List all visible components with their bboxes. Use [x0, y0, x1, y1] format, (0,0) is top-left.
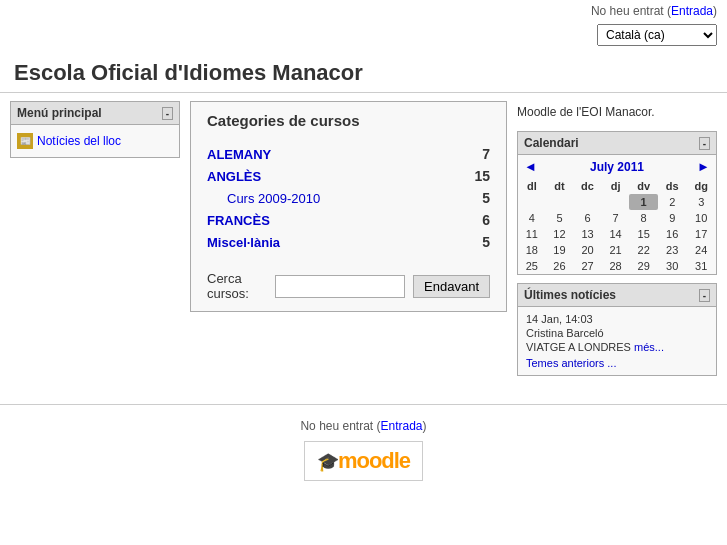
category-count: 15 — [466, 168, 490, 184]
news-prev-link[interactable]: Temes anteriors ... — [526, 357, 708, 369]
moodle-hat-icon: 🎓 — [317, 452, 338, 472]
calendar-day[interactable]: 8 — [629, 210, 658, 226]
top-bar: No heu entrat (Entrada) — [0, 0, 727, 22]
calendar-week-row: 18192021222324 — [518, 242, 716, 258]
calendar-weekday-row: dl dt dc dj dv ds dg — [518, 178, 716, 194]
calendar-week-row: 123 — [518, 194, 716, 210]
sidebar-content: 📰 Notícies del lloc — [11, 125, 179, 157]
news-box: Últimes notícies - 14 Jan, 14:03 Cristin… — [517, 283, 717, 376]
news-headline: VIATGE A LONDRES més... — [526, 341, 708, 353]
calendar-day[interactable]: 10 — [686, 210, 716, 226]
main-layout: Menú principal - 📰 Notícies del lloc Cat… — [0, 93, 727, 384]
calendar-day[interactable]: 31 — [686, 258, 716, 274]
sidebar-title: Menú principal — [17, 106, 102, 120]
category-name[interactable]: ANGLÈS — [207, 169, 466, 184]
category-row: ANGLÈS 15 — [207, 165, 490, 187]
calendar-day[interactable]: 20 — [573, 242, 602, 258]
news-author: Cristina Barceló — [526, 327, 708, 339]
calendar-header-bar: Calendari - — [518, 132, 716, 155]
calendar-day[interactable]: 29 — [629, 258, 658, 274]
calendar-day[interactable]: 5 — [546, 210, 574, 226]
calendar-day — [573, 194, 602, 210]
calendar-day[interactable]: 28 — [602, 258, 630, 274]
calendar-day[interactable]: 12 — [546, 226, 574, 242]
weekday-dl: dl — [518, 178, 546, 194]
weekday-ds: ds — [658, 178, 687, 194]
calendar-week-row: 45678910 — [518, 210, 716, 226]
category-list: ALEMANY 7 ANGLÈS 15 Curs 2009-2010 5 FRA… — [207, 143, 490, 253]
login-close: ) — [713, 4, 717, 18]
calendar-day — [546, 194, 574, 210]
login-link-top[interactable]: Entrada — [671, 4, 713, 18]
news-date: 14 Jan, 14:03 — [526, 313, 708, 325]
moodle-logo[interactable]: 🎓moodle — [304, 441, 423, 481]
calendar-title: Calendari — [524, 136, 579, 150]
category-name-indent[interactable]: Curs 2009-2010 — [207, 191, 466, 206]
calendar-day[interactable]: 13 — [573, 226, 602, 242]
news-headline-text: VIATGE A LONDRES — [526, 341, 634, 353]
footer-not-logged: No heu entrat ( — [300, 419, 380, 433]
calendar-day[interactable]: 21 — [602, 242, 630, 258]
category-count: 5 — [466, 234, 490, 250]
calendar-day[interactable]: 2 — [658, 194, 687, 210]
search-button[interactable]: Endavant — [413, 275, 490, 298]
calendar-day[interactable]: 6 — [573, 210, 602, 226]
category-row: Curs 2009-2010 5 — [207, 187, 490, 209]
calendar-day[interactable]: 16 — [658, 226, 687, 242]
calendar-day[interactable]: 11 — [518, 226, 546, 242]
calendar-week-row: 11121314151617 — [518, 226, 716, 242]
calendar-day[interactable]: 4 — [518, 210, 546, 226]
calendar-day[interactable]: 1 — [629, 194, 658, 210]
calendar-day[interactable]: 18 — [518, 242, 546, 258]
news-more-link[interactable]: més... — [634, 341, 664, 353]
main-content: Categories de cursos ALEMANY 7 ANGLÈS 15… — [190, 101, 507, 312]
calendar-day — [602, 194, 630, 210]
calendar-day[interactable]: 24 — [686, 242, 716, 258]
calendar-day[interactable]: 26 — [546, 258, 574, 274]
welcome-text: Moodle de l'EOI Manacor. — [517, 105, 655, 119]
sidebar-header: Menú principal - — [11, 102, 179, 125]
category-name[interactable]: FRANCÈS — [207, 213, 466, 228]
section-title: Categories de cursos — [207, 112, 490, 129]
calendar-day[interactable]: 19 — [546, 242, 574, 258]
sidebar-collapse-btn[interactable]: - — [162, 107, 173, 120]
calendar-day — [518, 194, 546, 210]
calendar-day[interactable]: 30 — [658, 258, 687, 274]
language-bar: Català (ca) English (en) Español (es) — [0, 22, 727, 52]
category-row: FRANCÈS 6 — [207, 209, 490, 231]
category-name[interactable]: ALEMANY — [207, 147, 466, 162]
news-collapse-btn[interactable]: - — [699, 289, 710, 302]
language-select[interactable]: Català (ca) English (en) Español (es) — [597, 24, 717, 46]
footer-login-close: ) — [423, 419, 427, 433]
calendar-day[interactable]: 23 — [658, 242, 687, 258]
search-input[interactable] — [275, 275, 405, 298]
sidebar: Menú principal - 📰 Notícies del lloc — [10, 101, 180, 158]
moodle-logo-text: moodle — [338, 448, 410, 473]
site-header: Escola Oficial d'Idiomes Manacor — [0, 52, 727, 93]
footer-login-link[interactable]: Entrada — [381, 419, 423, 433]
search-label: Cerca cursos: — [207, 271, 267, 301]
calendar-day[interactable]: 7 — [602, 210, 630, 226]
calendar-collapse-btn[interactable]: - — [699, 137, 710, 150]
calendar-prev-btn[interactable]: ◄ — [524, 159, 537, 174]
calendar-day[interactable]: 17 — [686, 226, 716, 242]
newspaper-icon: 📰 — [17, 133, 33, 149]
weekday-dg: dg — [686, 178, 716, 194]
calendar-day[interactable]: 22 — [629, 242, 658, 258]
calendar-day[interactable]: 15 — [629, 226, 658, 242]
calendar-day[interactable]: 9 — [658, 210, 687, 226]
sidebar-item-news[interactable]: 📰 Notícies del lloc — [17, 131, 173, 151]
calendar-day[interactable]: 14 — [602, 226, 630, 242]
calendar-next-btn[interactable]: ► — [697, 159, 710, 174]
calendar-month-year: July 2011 — [590, 160, 644, 174]
calendar-day[interactable]: 27 — [573, 258, 602, 274]
search-row: Cerca cursos: Endavant — [207, 271, 490, 301]
category-name[interactable]: Miscel·lània — [207, 235, 466, 250]
weekday-dc: dc — [573, 178, 602, 194]
footer-login-text: No heu entrat (Entrada) — [10, 419, 717, 433]
welcome-box: Moodle de l'EOI Manacor. — [517, 101, 717, 123]
calendar-day[interactable]: 3 — [686, 194, 716, 210]
sidebar-item-news-label: Notícies del lloc — [37, 134, 121, 148]
footer: No heu entrat (Entrada) 🎓moodle — [0, 404, 727, 491]
calendar-day[interactable]: 25 — [518, 258, 546, 274]
